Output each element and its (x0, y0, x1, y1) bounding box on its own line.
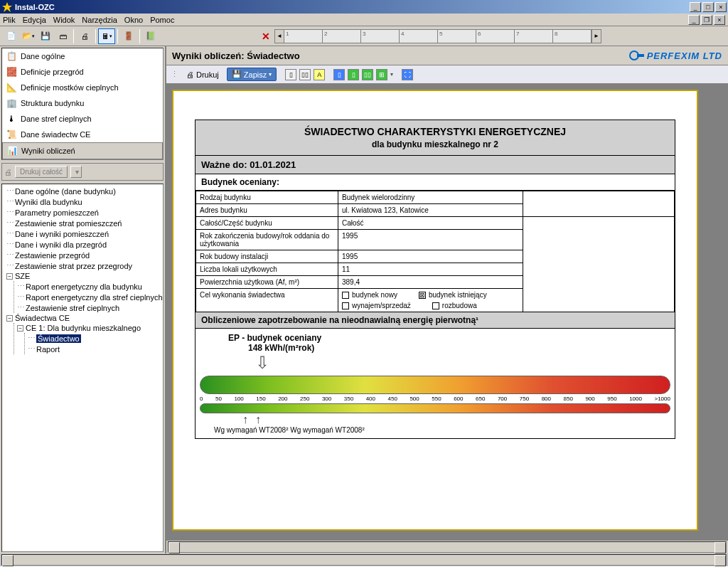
fullscreen-icon[interactable]: ⛶ (402, 69, 413, 80)
tree-swiadectwo[interactable]: ⋯Świadectwo (25, 333, 161, 344)
page-icon[interactable]: ▯ (285, 69, 296, 80)
tree-item[interactable]: ⋯Wyniki dla budynku (4, 196, 161, 207)
titlebar: Instal-OZC _ □ × (0, 0, 728, 14)
menubar: Plik Edycja Widok Narzędzia Okno Pomoc _… (0, 14, 728, 26)
tree-item[interactable]: ⋯Dane ogólne (dane budynku) (4, 186, 161, 196)
main-h-scrollbar[interactable] (1, 554, 727, 566)
zone-icon: 🌡 (6, 113, 17, 124)
nav-label: Dane ogólne (21, 52, 65, 60)
print-all-dropdown[interactable]: ▾ (70, 166, 82, 178)
tab-4[interactable]: 4 (400, 29, 438, 43)
tab-7[interactable]: 7 (515, 29, 553, 43)
exit-button[interactable]: 🚪 (120, 28, 137, 44)
tab-next-button[interactable]: ► (592, 29, 601, 43)
tree-sze[interactable]: −SZE (4, 271, 161, 281)
save-button[interactable]: 💾 (37, 28, 54, 44)
nav-label: Wyniki obliczeń (21, 147, 75, 155)
tree-ce-1[interactable]: −CE 1: Dla budynku mieszkalnego (14, 323, 161, 333)
cert-title: ŚWIADECTWO CHARAKTERYSTYKI ENERGETYCZNEJ (201, 126, 669, 137)
svg-rect-2 (637, 54, 644, 57)
print-all-bar: 🖨 Drukuj całość ▾ (1, 163, 164, 181)
tab-2[interactable]: 2 (323, 29, 361, 43)
view4-icon[interactable]: ⊞ (376, 69, 387, 80)
tree-item[interactable]: ⋯Dane i wyniki pomieszczeń (4, 228, 161, 239)
print-button[interactable]: 🖨 (76, 28, 93, 44)
nav-label: Definicje przegród (21, 68, 84, 76)
view1-icon[interactable]: ▯ (333, 69, 345, 80)
menu-widok[interactable]: Widok (53, 16, 75, 24)
save-all-button[interactable]: 🗃 (54, 28, 71, 44)
tree-item[interactable]: ⋯Parametry pomieszczeń (4, 207, 161, 218)
panel-title: Wyniki obliczeń: Świadectwo (172, 51, 300, 61)
svg-marker-0 (2, 2, 12, 12)
nav-swiadectwa[interactable]: 📜Dane świadectw CE (2, 127, 163, 142)
tab-5[interactable]: 5 (438, 29, 476, 43)
calc-button[interactable]: 🖩▾ (98, 28, 115, 44)
nav-dane-ogolne[interactable]: 📋Dane ogólne (2, 48, 163, 64)
doc-h-scrollbar[interactable] (168, 541, 727, 553)
tree-item[interactable]: ⋯Zestawienie strat pomieszczeń (4, 218, 161, 228)
view3-icon[interactable]: ▯▯ (362, 69, 373, 80)
nav-label: Struktura budynku (21, 99, 84, 107)
menu-edycja[interactable]: Edycja (23, 16, 46, 24)
right-panel: Wyniki obliczeń: Świadectwo PERFEXIM LTD… (166, 46, 728, 553)
energy-bar-secondary (200, 403, 670, 413)
new-button[interactable]: 📄 (3, 28, 20, 44)
checkbox-wynajem: wynajem/sprzedaż (342, 302, 411, 309)
window-title: Instal-OZC (15, 3, 690, 11)
menu-narzedzia[interactable]: Narzędzia (82, 16, 117, 24)
document-viewport[interactable]: ŚWIADECTWO CHARAKTERYSTYKI ENERGETYCZNEJ… (166, 84, 728, 541)
menu-plik[interactable]: Plik (3, 16, 16, 24)
tree-item[interactable]: ⋯Dane i wyniki dla przegród (4, 239, 161, 250)
pages-icon[interactable]: ▯▯ (299, 69, 311, 80)
menu-okno[interactable]: Okno (124, 16, 143, 24)
arrow-down-icon: ⇩ (255, 353, 670, 373)
nav-struktura[interactable]: 🏢Struktura budynku (2, 95, 163, 111)
print-all-button[interactable]: Drukuj całość (15, 166, 68, 178)
maximize-button[interactable]: □ (702, 2, 714, 12)
close-button[interactable]: × (715, 2, 727, 12)
main-toolbar: 📄 📂▾ 💾 🗃 🖨 🖩▾ 🚪 📗 ✕ ◄ 1 2 3 4 5 6 7 8 ► (0, 26, 728, 46)
tab-close-icon[interactable]: ✕ (259, 29, 273, 43)
cert-table: Rodzaj budynkuBudynek wielorodzinny Adre… (196, 191, 675, 312)
energy-scale: 0501001502002503003504004505005506006507… (200, 396, 670, 402)
find-icon[interactable]: A (314, 69, 325, 80)
tree-ce[interactable]: −Świadectwa CE (4, 313, 161, 323)
open-button[interactable]: 📂▾ (20, 28, 37, 44)
menu-pomoc[interactable]: Pomoc (150, 16, 174, 24)
cert-valid: Ważne do: 01.01.2021 (196, 156, 675, 174)
mdi-minimize-button[interactable]: _ (688, 15, 700, 25)
tree-item[interactable]: ⋯Zestawienie przegród (4, 250, 161, 260)
tab-3[interactable]: 3 (361, 29, 400, 43)
nav-wyniki[interactable]: 📊Wyniki obliczeń (2, 142, 163, 159)
tab-8[interactable]: 8 (553, 29, 592, 43)
doc-print-button[interactable]: 🖨Drukuj (181, 68, 224, 81)
save-icon: 💾 (232, 70, 242, 79)
tree-item[interactable]: ⋯Raport energetyczny dla stref cieplnych (14, 292, 161, 302)
tree-item[interactable]: ⋯Zestawienie strat przez przegrody (4, 260, 161, 271)
nav-strefy[interactable]: 🌡Dane stref cieplnych (2, 111, 163, 127)
cert-subtitle: dla budynku mieszkalnego nr 2 (201, 139, 669, 149)
checkbox-rozbudowa: rozbudowa (432, 302, 477, 309)
printer-icon: 🖨 (186, 70, 194, 79)
tab-6[interactable]: 6 (476, 29, 515, 43)
tree-item[interactable]: ⋯Raport energetyczny dla budynku (14, 281, 161, 292)
tab-1[interactable]: 1 (284, 29, 323, 43)
arrow-up-icon: ↑↑ (242, 413, 670, 426)
brand-logo: PERFEXIM LTD (628, 49, 722, 62)
nav-definicje-przegrod[interactable]: 🧱Definicje przegród (2, 64, 163, 80)
tree-item[interactable]: ⋯Zestawienie stref cieplnych (14, 302, 161, 313)
view2-icon[interactable]: ▯ (348, 69, 359, 80)
doc-save-button[interactable]: 💾Zapisz ▾ (227, 68, 277, 81)
mdi-close-button[interactable]: × (714, 15, 725, 25)
minimize-button[interactable]: _ (690, 2, 701, 12)
cert-section-energy: Obliczeniowe zapotrzebowanie na nieodnaw… (196, 312, 675, 329)
help-button[interactable]: 📗 (142, 28, 159, 44)
mdi-restore-button[interactable]: ❐ (701, 15, 712, 25)
building-icon: 🏢 (6, 97, 17, 109)
energy-chart: EP - budynek oceniany 148 kWh/(m²rok) ⇩ … (196, 329, 675, 438)
cert-icon: 📜 (6, 129, 17, 140)
nav-mostki[interactable]: 📐Definicje mostków cieplnych (2, 80, 163, 95)
tab-prev-button[interactable]: ◄ (274, 29, 284, 43)
tree-raport[interactable]: ⋯Raport (25, 344, 161, 354)
